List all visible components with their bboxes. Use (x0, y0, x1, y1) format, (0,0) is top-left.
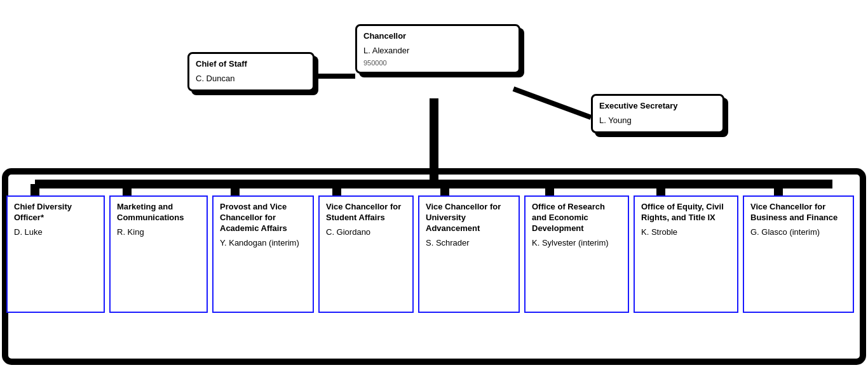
child-title-7: Vice Chancellor for Business and Finance (750, 202, 846, 223)
child-card-1: Marketing and Communications R. King (109, 195, 208, 313)
chancellor-budget: 950000 (363, 59, 512, 67)
child-title-0: Chief Diversity Officer* (14, 202, 97, 223)
child-card-2: Provost and Vice Chancellor for Academic… (212, 195, 314, 313)
exec-secretary-title: Executive Secretary (599, 101, 716, 112)
chancellor-name: L. Alexander (363, 46, 512, 56)
child-title-4: Vice Chancellor for University Advanceme… (426, 202, 512, 234)
chancellor-card: Chancellor L. Alexander 950000 (355, 24, 520, 74)
child-name-3: C. Giordano (326, 227, 406, 238)
child-card-7: Vice Chancellor for Business and Finance… (743, 195, 854, 313)
child-name-6: K. Stroble (641, 227, 731, 238)
child-name-0: D. Luke (14, 227, 97, 238)
child-card-0: Chief Diversity Officer* D. Luke (6, 195, 105, 313)
chief-of-staff-title: Chief of Staff (196, 59, 306, 70)
chief-of-staff-card: Chief of Staff C. Duncan (187, 52, 315, 91)
child-title-3: Vice Chancellor for Student Affairs (326, 202, 406, 223)
child-name-7: G. Glasco (interim) (750, 227, 846, 238)
child-title-1: Marketing and Communications (117, 202, 200, 223)
child-name-4: S. Schrader (426, 238, 512, 249)
child-name-2: Y. Kandogan (interim) (220, 238, 306, 249)
child-title-5: Office of Research and Economic Developm… (532, 202, 621, 234)
child-card-5: Office of Research and Economic Developm… (524, 195, 629, 313)
child-name-5: K. Sylvester (interim) (532, 238, 621, 249)
chief-of-staff-name: C. Duncan (196, 74, 306, 84)
child-title-2: Provost and Vice Chancellor for Academic… (220, 202, 306, 234)
chancellor-title: Chancellor (363, 31, 512, 42)
child-card-6: Office of Equity, Civil Rights, and Titl… (634, 195, 738, 313)
child-name-1: R. King (117, 227, 200, 238)
svg-line-11 (513, 89, 591, 117)
child-card-4: Vice Chancellor for University Advanceme… (418, 195, 520, 313)
exec-secretary-card: Executive Secretary L. Young (591, 94, 724, 133)
child-card-3: Vice Chancellor for Student Affairs C. G… (318, 195, 414, 313)
org-chart: Chancellor L. Alexander 950000 Chief of … (0, 0, 868, 370)
child-title-6: Office of Equity, Civil Rights, and Titl… (641, 202, 731, 223)
exec-secretary-name: L. Young (599, 116, 716, 126)
